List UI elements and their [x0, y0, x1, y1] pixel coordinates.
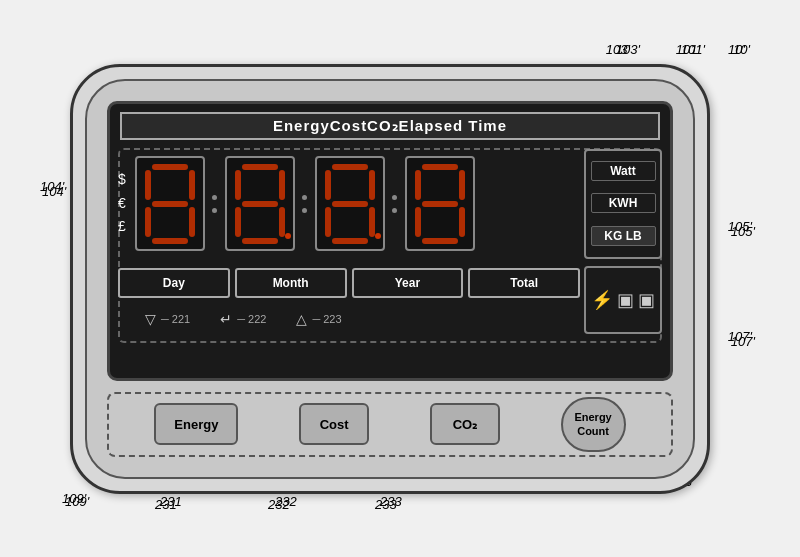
energy-count-button[interactable]: EnergyCount: [561, 397, 626, 452]
dot-2: [212, 208, 217, 213]
nav-down-item: ▽ ─ 221: [145, 311, 190, 327]
currency-pound: £: [118, 217, 126, 237]
dot-6: [392, 208, 397, 213]
seg-1b: [189, 170, 195, 200]
seg-3c: [369, 207, 375, 237]
diagram-container: 10' 101' 103' 104' 105' 107' 109' 203 23…: [40, 34, 760, 524]
currency-dollar: $: [118, 170, 126, 190]
seg-4e: [415, 207, 421, 237]
digit-1-inner: [145, 164, 195, 244]
seg-4d: [422, 238, 458, 244]
nav-down-icon[interactable]: ▽: [145, 311, 156, 327]
seg-1e: [145, 207, 151, 237]
seg-4c: [459, 207, 465, 237]
btn231-ref-label: 231: [155, 497, 177, 512]
seg-3d: [332, 238, 368, 244]
header-ref-label: 103': [606, 42, 630, 57]
seg-1f: [145, 170, 151, 200]
period-total-btn[interactable]: Total: [468, 268, 580, 298]
dot-5: [392, 195, 397, 200]
screen-header: EnergyCostCO₂Elapsed Time: [120, 112, 660, 140]
seg-3f: [325, 170, 331, 200]
digit-1: [135, 156, 205, 251]
digit-2: [225, 156, 295, 251]
nav-enter-item: ↵ ─ 222: [220, 311, 266, 327]
lightning-icon: ⚡: [591, 289, 613, 311]
seg-4f: [415, 170, 421, 200]
icon-panel: ⚡ ▣ ▣: [584, 266, 662, 334]
digit-2-inner: [235, 164, 285, 244]
dot-1: [212, 195, 217, 200]
device-inner: EnergyCostCO₂Elapsed Time $ € £: [85, 79, 695, 479]
bottom-panel: Energy Cost CO₂ EnergyCount: [107, 392, 673, 457]
bottom-ref-label: 109': [62, 491, 86, 506]
separator-3: [390, 195, 400, 213]
digit-3: [315, 156, 385, 251]
separator-1: [210, 195, 220, 213]
seg-4b: [459, 170, 465, 200]
seg-2d: [242, 238, 278, 244]
period-day-btn[interactable]: Day: [118, 268, 230, 298]
seg-3b: [369, 170, 375, 200]
decimal-2: [375, 233, 381, 239]
nav-enter-ref: ─ 222: [237, 313, 266, 325]
currency-euro: €: [118, 194, 126, 214]
screen-area: EnergyCostCO₂Elapsed Time $ € £: [107, 101, 673, 381]
display-row: $ € £: [118, 149, 580, 259]
period-row: Day Month Year Total: [118, 266, 580, 301]
decimal-1: [285, 233, 291, 239]
square-icon-1: ▣: [617, 289, 634, 311]
digit-3-inner: [325, 164, 375, 244]
square-icon-2: ▣: [638, 289, 655, 311]
cost-button[interactable]: Cost: [299, 403, 369, 445]
btn232-ref-label: 232: [268, 497, 290, 512]
nav-up-ref: ─ 223: [312, 313, 341, 325]
btn233-ref-label: 233: [375, 497, 397, 512]
seg-4a: [422, 164, 458, 170]
units-ref-label: 105': [731, 224, 755, 239]
seg-2c: [279, 207, 285, 237]
energy-button[interactable]: Energy: [154, 403, 238, 445]
seg-2a: [242, 164, 278, 170]
digit-4-inner: [415, 164, 465, 244]
seg-4g: [422, 201, 458, 207]
dot-4: [302, 208, 307, 213]
nav-up-item: △ ─ 223: [296, 311, 341, 327]
separator-2: [300, 195, 310, 213]
unit-watt: Watt: [591, 161, 656, 181]
seg-1c: [189, 207, 195, 237]
outer-ref-label: 10': [733, 42, 750, 57]
nav-enter-icon[interactable]: ↵: [220, 311, 232, 327]
dot-3: [302, 195, 307, 200]
display-ref-label: 107': [731, 334, 755, 349]
digit-4: [405, 156, 475, 251]
seg-1d: [152, 238, 188, 244]
currency-column: $ € £: [118, 170, 126, 237]
left-ref-label: 104': [42, 184, 66, 199]
nav-up-icon[interactable]: △: [296, 311, 307, 327]
period-year-btn[interactable]: Year: [352, 268, 464, 298]
period-month-btn[interactable]: Month: [235, 268, 347, 298]
seg-2g: [242, 201, 278, 207]
seg-3a: [332, 164, 368, 170]
seg-1g: [152, 201, 188, 207]
units-panel: Watt KWH KG LB: [584, 149, 662, 259]
seg-2e: [235, 207, 241, 237]
seg-3e: [325, 207, 331, 237]
seg-1a: [152, 164, 188, 170]
seg-2f: [235, 170, 241, 200]
co2-button[interactable]: CO₂: [430, 403, 500, 445]
unit-kglb: KG LB: [591, 226, 656, 246]
device-outer: EnergyCostCO₂Elapsed Time $ € £: [70, 64, 710, 494]
nav-down-ref: ─ 221: [161, 313, 190, 325]
unit-kwh: KWH: [591, 193, 656, 213]
nav-row: ▽ ─ 221 ↵ ─ 222 △ ─ 223: [130, 304, 580, 334]
seg-3g: [332, 201, 368, 207]
screen-header-text: EnergyCostCO₂Elapsed Time: [273, 117, 507, 135]
screen-ref-label: 101': [676, 42, 700, 57]
seg-2b: [279, 170, 285, 200]
